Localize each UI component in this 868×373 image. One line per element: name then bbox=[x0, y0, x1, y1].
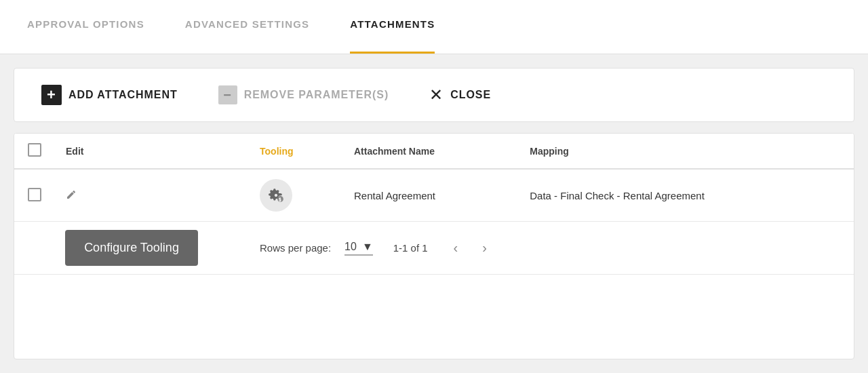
table-card: Edit Tooling Attachment Name Mapping bbox=[14, 133, 854, 359]
rows-per-page-value: 10 bbox=[344, 241, 357, 253]
configure-tooling-cell: Configure Tooling bbox=[14, 222, 249, 275]
tab-attachments[interactable]: Attachments bbox=[350, 0, 435, 54]
attachments-table: Edit Tooling Attachment Name Mapping bbox=[14, 134, 854, 275]
chevron-down-icon[interactable]: ▼ bbox=[362, 241, 373, 253]
row-checkbox[interactable] bbox=[28, 188, 41, 201]
rows-per-page-select[interactable]: 10 ▼ bbox=[344, 241, 373, 256]
main-content: + Add Attachment − Remove Parameter(s) ✕… bbox=[0, 54, 868, 373]
col-mapping: Mapping bbox=[519, 134, 854, 169]
close-x-icon: ✕ bbox=[429, 87, 443, 103]
table-header-row: Edit Tooling Attachment Name Mapping bbox=[14, 134, 854, 169]
close-button[interactable]: ✕ Close bbox=[429, 87, 491, 103]
row-checkbox-cell bbox=[14, 169, 55, 222]
configure-tooling-icon[interactable] bbox=[260, 179, 292, 212]
prev-page-button[interactable]: ‹ bbox=[448, 237, 464, 258]
minus-icon: − bbox=[218, 85, 237, 104]
header-checkbox[interactable] bbox=[28, 143, 41, 157]
col-tooling: Tooling bbox=[249, 134, 343, 169]
tab-advanced-settings[interactable]: Advanced Settings bbox=[185, 0, 309, 54]
tab-approval-options[interactable]: Approval Options bbox=[27, 0, 144, 54]
plus-icon: + bbox=[41, 85, 62, 105]
col-checkbox bbox=[14, 134, 55, 169]
row-edit-cell bbox=[55, 169, 249, 222]
configure-tooling-button[interactable]: Configure Tooling bbox=[65, 230, 198, 266]
row-tooling-cell bbox=[249, 169, 343, 222]
table-footer-row: Configure Tooling Rows per page: 10 ▼ 1-… bbox=[14, 222, 854, 275]
edit-pencil-icon[interactable] bbox=[66, 189, 78, 203]
next-page-button[interactable]: › bbox=[477, 237, 492, 258]
add-attachment-button[interactable]: + Add Attachment bbox=[41, 85, 178, 105]
rows-per-page-label: Rows per page: bbox=[260, 242, 331, 254]
row-attachment-name-cell: Rental Agreement bbox=[343, 169, 519, 222]
pagination-info: 1-1 of 1 bbox=[393, 242, 428, 254]
toolbar-card: + Add Attachment − Remove Parameter(s) ✕… bbox=[14, 68, 854, 122]
pagination-cell: Rows per page: 10 ▼ 1-1 of 1 ‹ › bbox=[249, 222, 854, 275]
pagination-area: Rows per page: 10 ▼ 1-1 of 1 ‹ › bbox=[260, 237, 843, 258]
row-mapping-cell: Data - Final Check - Rental Agreement bbox=[519, 169, 854, 222]
tab-bar: Approval Options Advanced Settings Attac… bbox=[0, 0, 868, 54]
table-row: Rental Agreement Data - Final Check - Re… bbox=[14, 169, 854, 222]
col-attachment-name: Attachment Name bbox=[343, 134, 519, 169]
col-edit: Edit bbox=[55, 134, 249, 169]
remove-parameters-button[interactable]: − Remove Parameter(s) bbox=[218, 85, 389, 104]
